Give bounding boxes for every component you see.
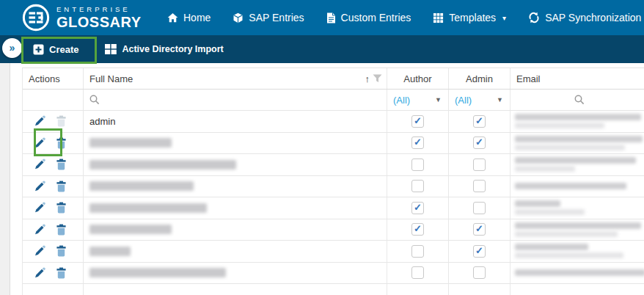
author-checkbox[interactable] — [411, 136, 424, 149]
trash-icon — [56, 224, 67, 236]
pencil-icon — [34, 137, 45, 149]
filter-funnel-icon[interactable] — [373, 74, 382, 83]
actions-cell — [23, 154, 84, 175]
search-icon — [89, 95, 100, 105]
admin-checkbox[interactable] — [473, 115, 486, 128]
search-icon — [574, 95, 585, 105]
full-name-cell — [84, 241, 387, 262]
edit-button[interactable] — [33, 180, 45, 192]
admin-checkbox[interactable] — [473, 266, 486, 279]
full-name-header-label: Full Name — [89, 73, 133, 84]
sort-ascending-icon[interactable]: ↑ — [365, 74, 370, 84]
redacted-email-line — [515, 114, 641, 120]
edit-button[interactable] — [33, 245, 45, 258]
actions-cell — [23, 197, 84, 219]
table-row — [23, 154, 644, 176]
actions-cell — [23, 241, 84, 262]
author-cell — [387, 241, 449, 262]
nav-label: SAP Entries — [249, 12, 304, 23]
filter-row: (All) ▼ (All) ▼ — [23, 90, 644, 111]
nav-item-home[interactable]: Home — [167, 12, 211, 23]
delete-button[interactable] — [55, 266, 67, 279]
column-header-full-name[interactable]: Full Name ↑ — [84, 68, 387, 89]
toolbar: Create Active Directory Import — [0, 35, 644, 63]
active-directory-import-button[interactable]: Active Directory Import — [105, 44, 223, 54]
create-button[interactable]: Create — [33, 44, 78, 55]
filter-cell-actions — [23, 90, 84, 110]
edit-button[interactable] — [33, 136, 45, 149]
edit-button[interactable] — [33, 159, 45, 171]
admin-cell — [449, 176, 511, 197]
edit-button[interactable] — [33, 223, 45, 236]
sync-icon — [528, 12, 540, 23]
expand-panel-button[interactable]: » — [2, 38, 22, 58]
email-filter-input[interactable] — [511, 90, 644, 110]
redacted-full-name — [89, 247, 131, 256]
admin-checkbox[interactable] — [473, 159, 486, 171]
table-header-row: Actions Full Name ↑ Author Admin Email — [23, 68, 644, 90]
column-header-author[interactable]: Author — [387, 68, 449, 89]
delete-button[interactable] — [55, 159, 67, 171]
author-filter-dropdown[interactable]: (All) ▼ — [387, 90, 449, 110]
trash-icon — [56, 181, 67, 192]
author-checkbox[interactable] — [411, 266, 424, 279]
grid-icon — [433, 12, 444, 23]
empty-cell — [23, 284, 84, 295]
author-checkbox[interactable] — [411, 202, 424, 214]
top-navigation-bar: ENTERPRISE GLOSSARY Home SAP Entries Cus… — [0, 0, 644, 35]
email-cell — [511, 133, 644, 154]
delete-button[interactable] — [55, 223, 67, 236]
author-checkbox[interactable] — [411, 180, 424, 192]
edit-button[interactable] — [33, 202, 45, 214]
delete-button[interactable] — [55, 115, 67, 128]
redacted-email-line — [515, 136, 643, 142]
nav-item-sap-synchronization[interactable]: SAP Synchronization ▾ — [528, 12, 644, 23]
delete-button[interactable] — [55, 180, 67, 192]
admin-cell — [449, 241, 511, 262]
empty-row — [23, 284, 644, 295]
edit-button[interactable] — [33, 115, 45, 128]
redacted-email-line — [515, 222, 641, 229]
admin-filter-value: (All) — [455, 95, 497, 106]
delete-button[interactable] — [55, 202, 67, 214]
redacted-full-name — [89, 160, 236, 170]
nav-item-sap-entries[interactable]: SAP Entries — [233, 12, 304, 23]
redacted-email-line — [515, 157, 636, 164]
admin-checkbox[interactable] — [473, 202, 486, 214]
chevron-down-icon: ▼ — [435, 96, 442, 103]
redacted-full-name — [89, 225, 172, 234]
pencil-icon — [34, 115, 45, 127]
pencil-icon — [34, 181, 45, 192]
delete-button[interactable] — [55, 245, 67, 258]
nav-item-custom-entries[interactable]: Custom Entries — [326, 12, 411, 23]
author-checkbox[interactable] — [411, 223, 424, 236]
app-logo[interactable]: ENTERPRISE GLOSSARY — [22, 4, 132, 32]
nav-item-templates[interactable]: Templates ▾ — [433, 12, 506, 23]
edit-button[interactable] — [33, 266, 45, 279]
table-row — [23, 133, 644, 155]
full-name-filter-input[interactable] — [84, 90, 387, 110]
author-cell — [387, 263, 449, 284]
author-checkbox[interactable] — [411, 115, 424, 128]
column-header-actions[interactable]: Actions — [23, 68, 84, 89]
table-body: admin — [23, 111, 644, 295]
nav-menu: Home SAP Entries Custom Entries — [167, 12, 644, 23]
table-row: admin — [23, 111, 644, 133]
column-header-email[interactable]: Email — [511, 68, 644, 89]
author-checkbox[interactable] — [411, 159, 424, 171]
table-row — [23, 219, 644, 241]
admin-checkbox[interactable] — [473, 223, 486, 236]
full-name-cell — [84, 154, 387, 175]
trash-icon — [56, 202, 67, 214]
brand-text: ENTERPRISE GLOSSARY — [56, 6, 142, 29]
admin-cell — [449, 219, 511, 241]
admin-filter-dropdown[interactable]: (All) ▼ — [449, 90, 511, 110]
author-checkbox[interactable] — [411, 245, 424, 258]
admin-checkbox[interactable] — [473, 245, 486, 258]
author-cell — [387, 176, 449, 197]
column-header-admin[interactable]: Admin — [449, 68, 511, 89]
admin-checkbox[interactable] — [473, 180, 486, 192]
admin-checkbox[interactable] — [473, 136, 486, 149]
delete-button[interactable] — [55, 136, 67, 149]
redacted-email-line — [515, 166, 575, 172]
